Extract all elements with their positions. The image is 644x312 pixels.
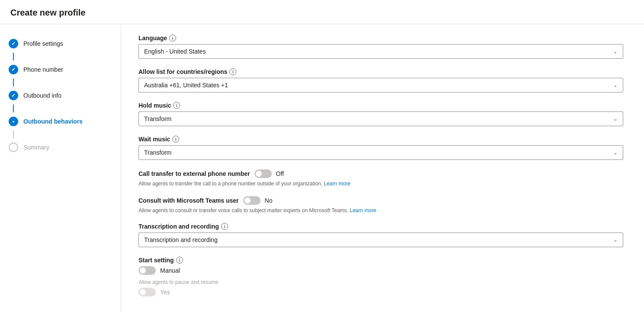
- start-setting-label: Start setting i: [138, 257, 627, 264]
- start-setting-state: Manual: [160, 267, 180, 274]
- main-content: Language i English - United States ⌄ All…: [121, 24, 644, 312]
- chevron-down-icon: ⌄: [613, 48, 618, 54]
- active-dot-icon: ●: [13, 120, 15, 124]
- wait-music-select[interactable]: Transform ⌄: [138, 145, 623, 160]
- start-setting-sub-state: Yes: [160, 289, 170, 296]
- step-connector-4: [13, 131, 14, 138]
- step-circle-summary: [9, 143, 18, 152]
- hold-music-value: Transform: [144, 115, 171, 122]
- page-header: Create new profile: [0, 0, 644, 24]
- hold-music-field-group: Hold music i Transform ⌄: [138, 102, 627, 126]
- consult-teams-state: No: [265, 197, 273, 204]
- call-transfer-toggle[interactable]: [254, 169, 272, 178]
- call-transfer-helper: Allow agents to transfer the call to a p…: [138, 181, 623, 187]
- consult-teams-helper: Allow agents to consult or transfer voic…: [138, 207, 623, 213]
- allow-list-select[interactable]: Australia +61, United States +1 ⌄: [138, 78, 623, 92]
- transcription-label: Transcription and recording i: [138, 223, 627, 230]
- sidebar-item-outbound-info[interactable]: ✓ Outbound info: [0, 86, 121, 105]
- start-setting-sub-slider: [138, 288, 156, 296]
- start-setting-toggle[interactable]: [138, 266, 156, 275]
- start-setting-info-icon[interactable]: i: [176, 257, 183, 264]
- start-setting-sub-toggle-row: Yes: [138, 288, 627, 296]
- call-transfer-slider: [254, 169, 272, 178]
- start-setting-slider: [138, 266, 156, 275]
- transcription-info-icon[interactable]: i: [221, 223, 228, 230]
- step-label-phone-number: Phone number: [23, 66, 63, 73]
- layout: ✓ Profile settings ✓ Phone number ✓ Outb…: [0, 24, 644, 312]
- language-label: Language i: [138, 35, 627, 41]
- page-title: Create new profile: [10, 8, 634, 18]
- step-label-outbound-behaviors: Outbound behaviors: [23, 118, 83, 125]
- hold-music-label: Hold music i: [138, 102, 627, 109]
- allow-list-value: Australia +61, United States +1: [144, 82, 228, 89]
- chevron-down-icon-4: ⌄: [613, 150, 618, 156]
- transcription-select[interactable]: Transcription and recording ⌄: [138, 232, 623, 247]
- start-setting-sub-helper: Allow agents to pause and resume: [138, 279, 623, 285]
- transcription-value: Transcription and recording: [144, 236, 218, 243]
- start-setting-field-group: Start setting i Manual Allow agents to p…: [138, 257, 627, 296]
- call-transfer-learn-more[interactable]: Learn more: [324, 181, 350, 187]
- step-label-summary: Summary: [23, 144, 49, 151]
- consult-teams-slider: [243, 196, 261, 205]
- start-setting-sub-toggle: [138, 288, 156, 296]
- allow-list-info-icon[interactable]: i: [229, 68, 236, 75]
- wait-music-info-icon[interactable]: i: [172, 136, 179, 143]
- step-label-outbound-info: Outbound info: [23, 92, 61, 99]
- sidebar-item-phone-number[interactable]: ✓ Phone number: [0, 60, 121, 79]
- wait-music-label: Wait music i: [138, 136, 627, 143]
- wait-music-field-group: Wait music i Transform ⌄: [138, 136, 627, 160]
- language-value: English - United States: [144, 48, 206, 55]
- call-transfer-toggle-row: Call transfer to external phone number O…: [138, 169, 627, 178]
- chevron-down-icon-5: ⌄: [613, 237, 618, 243]
- step-connector-3: [13, 105, 14, 112]
- allow-list-label: Allow list for countries/regions i: [138, 68, 627, 75]
- hold-music-info-icon[interactable]: i: [173, 102, 180, 109]
- start-setting-toggle-row: Manual: [138, 266, 627, 275]
- checkmark-icon-3: ✓: [11, 92, 16, 99]
- step-circle-outbound-info: ✓: [9, 91, 18, 100]
- language-info-icon[interactable]: i: [169, 35, 176, 41]
- call-transfer-field-group: Call transfer to external phone number O…: [138, 169, 627, 187]
- allow-list-field-group: Allow list for countries/regions i Austr…: [138, 68, 627, 92]
- sidebar-item-outbound-behaviors[interactable]: ● Outbound behaviors: [0, 112, 121, 131]
- sidebar-item-summary[interactable]: Summary: [0, 138, 121, 156]
- step-circle-phone-number: ✓: [9, 65, 18, 74]
- consult-teams-label: Consult with Microsoft Teams user: [138, 197, 239, 204]
- checkmark-icon-2: ✓: [11, 67, 16, 73]
- language-field-group: Language i English - United States ⌄: [138, 35, 627, 59]
- sidebar-item-profile-settings[interactable]: ✓ Profile settings: [0, 35, 121, 53]
- hold-music-select[interactable]: Transform ⌄: [138, 111, 623, 126]
- step-label-profile-settings: Profile settings: [23, 40, 63, 47]
- sidebar: ✓ Profile settings ✓ Phone number ✓ Outb…: [0, 24, 121, 312]
- step-circle-profile-settings: ✓: [9, 39, 18, 48]
- transcription-field-group: Transcription and recording i Transcript…: [138, 223, 627, 247]
- call-transfer-label: Call transfer to external phone number: [138, 170, 250, 177]
- call-transfer-state: Off: [276, 170, 284, 177]
- consult-teams-toggle[interactable]: [243, 196, 261, 205]
- chevron-down-icon-2: ⌄: [613, 82, 618, 88]
- consult-teams-learn-more[interactable]: Learn more: [350, 207, 376, 213]
- checkmark-icon: ✓: [11, 41, 16, 47]
- step-circle-outbound-behaviors: ●: [9, 117, 18, 126]
- consult-teams-field-group: Consult with Microsoft Teams user No All…: [138, 196, 627, 213]
- step-connector-1: [13, 53, 14, 60]
- wait-music-value: Transform: [144, 149, 171, 156]
- consult-teams-toggle-row: Consult with Microsoft Teams user No: [138, 196, 627, 205]
- chevron-down-icon-3: ⌄: [613, 116, 618, 122]
- step-connector-2: [13, 79, 14, 86]
- language-select[interactable]: English - United States ⌄: [138, 44, 623, 59]
